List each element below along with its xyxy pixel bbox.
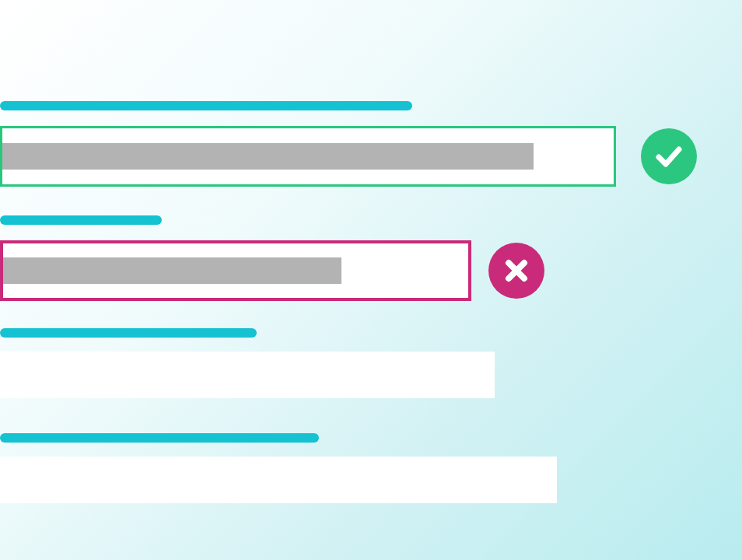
- input-field-3[interactable]: [0, 352, 495, 398]
- input-value-fill-2: [3, 257, 341, 284]
- input-field-valid[interactable]: [0, 126, 616, 187]
- check-icon: [641, 128, 697, 184]
- field-label-3: [0, 328, 257, 338]
- input-field-invalid[interactable]: [0, 240, 471, 301]
- field-label-1: [0, 101, 412, 110]
- cross-icon: [488, 243, 544, 299]
- input-value-fill-1: [2, 143, 534, 170]
- input-field-4[interactable]: [0, 457, 557, 503]
- field-label-4: [0, 433, 319, 443]
- field-label-2: [0, 215, 162, 225]
